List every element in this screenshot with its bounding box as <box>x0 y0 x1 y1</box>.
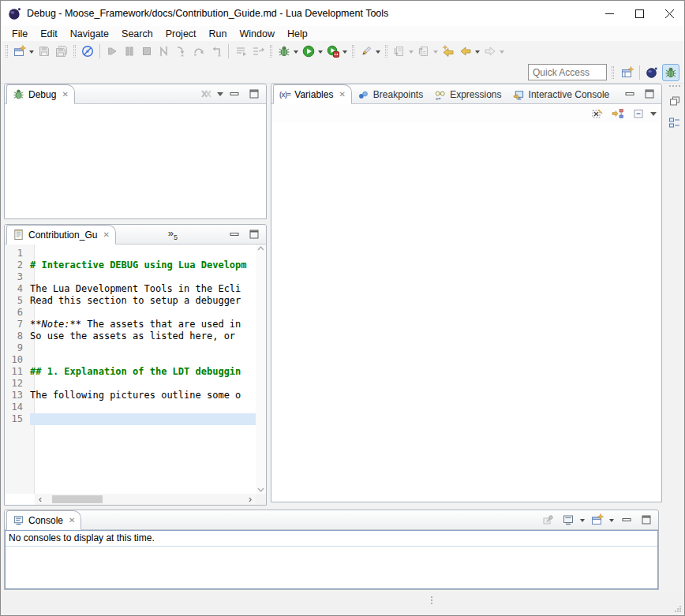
drop-to-frame-button[interactable] <box>232 43 249 60</box>
tab-variables-close-icon[interactable]: ✕ <box>339 90 345 99</box>
tab-breakpoints[interactable]: Breakpoints <box>352 86 429 103</box>
show-type-names-button[interactable] <box>589 105 606 122</box>
window-close-button[interactable] <box>654 1 684 26</box>
menu-window[interactable]: Window <box>234 27 281 41</box>
quick-access-input[interactable] <box>528 64 607 80</box>
scroll-right-icon[interactable]: › <box>245 494 256 505</box>
external-tools-dropdown[interactable] <box>376 50 380 56</box>
editor-text-area[interactable]: 1 2# Interactive DEBUG using Lua Develop… <box>5 248 256 425</box>
toolbar-group-handle[interactable] <box>73 45 76 58</box>
scrollbar-thumb[interactable] <box>52 495 103 503</box>
tab-variables[interactable]: (x)= Variables ✕ <box>273 84 352 104</box>
remove-all-terminated-button[interactable] <box>197 85 215 103</box>
debug-dropdown[interactable] <box>294 50 298 56</box>
open-console-dropdown[interactable] <box>609 519 614 525</box>
window-maximize-button[interactable] <box>624 1 654 26</box>
save-button[interactable] <box>36 43 53 60</box>
back-dropdown[interactable] <box>475 50 480 56</box>
previous-annotation-dropdown[interactable] <box>433 50 438 56</box>
scroll-down-icon[interactable] <box>257 487 264 492</box>
variables-maximize-button[interactable] <box>641 85 658 103</box>
toolbar-group-handle[interactable] <box>385 45 387 58</box>
debug-view-minimize-button[interactable] <box>226 85 243 103</box>
debug-view-menu-icon[interactable] <box>217 92 223 99</box>
show-logical-structure-button[interactable] <box>609 105 627 122</box>
run-dropdown[interactable] <box>318 50 323 56</box>
run-button[interactable] <box>300 43 317 60</box>
toolbar-group-handle[interactable] <box>270 45 272 58</box>
last-edit-location-button[interactable] <box>440 43 457 60</box>
step-into-button[interactable] <box>173 43 190 60</box>
use-step-filters-button[interactable] <box>249 43 267 60</box>
menu-project[interactable]: Project <box>159 27 203 41</box>
next-annotation-dropdown[interactable] <box>409 50 414 56</box>
editor-maximize-button[interactable] <box>245 226 263 243</box>
variables-view-menu-icon[interactable] <box>650 112 657 119</box>
tab-editor-close-icon[interactable]: ✕ <box>103 230 109 239</box>
suspend-button[interactable] <box>121 43 138 60</box>
external-tools-button[interactable] <box>357 43 375 60</box>
lua-perspective-button[interactable] <box>643 64 661 81</box>
app-icon[interactable] <box>8 7 21 21</box>
scrollbar-track[interactable] <box>46 494 245 505</box>
debug-perspective-button[interactable] <box>662 64 679 81</box>
scroll-left-icon[interactable]: ‹ <box>35 494 46 505</box>
open-perspective-button[interactable] <box>619 64 636 81</box>
debug-button[interactable] <box>275 43 293 60</box>
strip-drag-handle[interactable] <box>669 85 680 87</box>
variables-content[interactable] <box>271 123 661 502</box>
title-bar[interactable]: Debug - Moose_Framework/docs/Contributio… <box>1 1 684 26</box>
step-over-button[interactable] <box>190 43 208 60</box>
new-wizard-button[interactable] <box>11 43 28 60</box>
tab-console-close-icon[interactable]: ✕ <box>69 516 75 525</box>
step-return-button[interactable] <box>208 43 225 60</box>
run-coverage-dropdown[interactable] <box>342 50 347 56</box>
debug-view-content[interactable] <box>5 104 266 218</box>
console-content[interactable]: No consoles to display at this time. <box>5 530 658 589</box>
back-button[interactable] <box>457 43 474 60</box>
toolbar-group-handle[interactable] <box>352 45 354 58</box>
window-resize-grip[interactable] <box>674 605 682 613</box>
menu-help[interactable]: Help <box>281 27 314 41</box>
console-maximize-button[interactable] <box>638 511 655 528</box>
terminate-button[interactable] <box>138 43 155 60</box>
restore-views-button[interactable] <box>666 93 683 109</box>
pin-console-button[interactable] <box>540 511 557 528</box>
display-console-dropdown[interactable] <box>580 519 585 525</box>
status-sash-handle[interactable] <box>431 596 432 604</box>
hidden-editors-chevron[interactable]: »5 <box>168 227 178 241</box>
console-minimize-button[interactable] <box>618 511 635 528</box>
disconnect-button[interactable] <box>155 43 173 60</box>
editor-vertical-scrollbar[interactable] <box>256 245 266 494</box>
menu-file[interactable]: File <box>6 27 34 41</box>
editor-body[interactable]: 1 2# Interactive DEBUG using Lua Develop… <box>5 245 266 505</box>
open-console-button[interactable] <box>589 511 606 528</box>
collapse-all-button[interactable] <box>630 105 647 122</box>
tab-debug[interactable]: Debug ✕ <box>6 84 75 104</box>
window-minimize-button[interactable] <box>594 1 624 26</box>
tab-editor-contribution-guide[interactable]: Contribution_Gu ✕ <box>6 225 116 245</box>
resume-button[interactable] <box>103 43 121 60</box>
tab-interactive-console[interactable]: Interactive Console <box>507 86 616 103</box>
display-selected-console-button[interactable] <box>560 511 577 528</box>
new-wizard-dropdown[interactable] <box>29 50 34 56</box>
menu-navigate[interactable]: Navigate <box>64 27 115 41</box>
forward-dropdown[interactable] <box>500 50 504 56</box>
run-coverage-button[interactable] <box>324 43 342 60</box>
menu-run[interactable]: Run <box>203 27 234 41</box>
perspective-bar-handle[interactable] <box>612 66 614 79</box>
skip-all-breakpoints-button[interactable] <box>79 43 96 60</box>
previous-annotation-button[interactable] <box>415 43 432 60</box>
editor-minimize-button[interactable] <box>226 226 243 243</box>
toolbar-drag-handle[interactable] <box>6 45 8 58</box>
scroll-up-icon[interactable] <box>257 246 264 251</box>
debug-view-maximize-button[interactable] <box>245 85 263 103</box>
forward-button[interactable] <box>481 43 499 60</box>
tab-expressions[interactable]: x= Expressions <box>429 86 507 103</box>
menu-edit[interactable]: Edit <box>34 27 64 41</box>
tab-console[interactable]: Console ✕ <box>6 510 81 530</box>
editor-horizontal-scrollbar[interactable]: ‹ › <box>35 494 256 505</box>
save-all-button[interactable] <box>53 43 70 60</box>
outline-view-button[interactable] <box>666 115 683 131</box>
variables-minimize-button[interactable] <box>621 85 638 103</box>
